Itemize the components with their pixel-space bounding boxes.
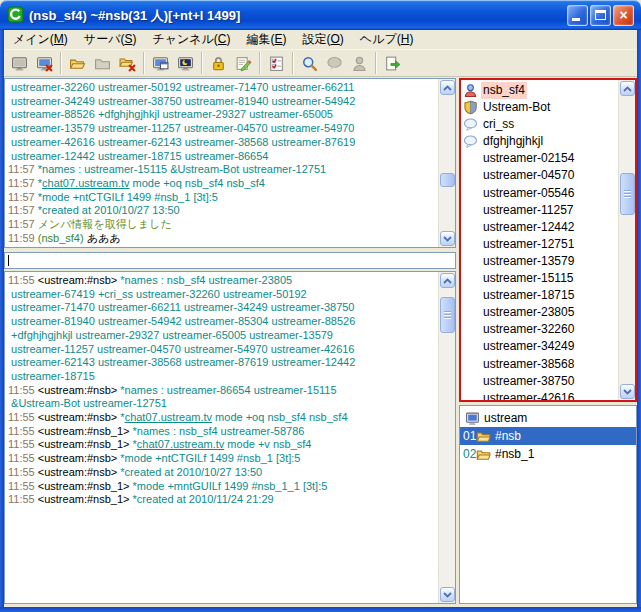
thumb-grip [444, 311, 451, 319]
maximize-button[interactable] [590, 5, 611, 26]
log-segment: *mode +ntCTGILf 1499 #nsb_1 [3t]:5 [117, 452, 300, 464]
log-line: ustreamer-34249 ustreamer-38750 ustreame… [8, 95, 436, 109]
member-item[interactable]: ustreamer-02154 [461, 150, 617, 167]
member-name: ustreamer-38568 [481, 356, 576, 373]
member-item[interactable]: Ustream-Bot [461, 99, 617, 116]
toolbar-separator [375, 52, 377, 74]
toolbar-lock-button[interactable] [206, 51, 231, 75]
menu-item-M[interactable]: メイン(M) [5, 29, 76, 50]
log-segment: 11:55 [8, 425, 35, 437]
server-icon [465, 411, 480, 426]
toolbar-separator [259, 52, 261, 74]
member-item[interactable]: ustreamer-38568 [461, 356, 617, 373]
member-item[interactable]: ustreamer-34249 [461, 338, 617, 355]
member-item[interactable]: ustreamer-05546 [461, 185, 617, 202]
member-item[interactable]: ustreamer-32260 [461, 321, 617, 338]
channel-number: 02 [460, 445, 476, 463]
server-link[interactable]: chat07.ustream.tv [125, 411, 212, 423]
tree-item-nsb_1[interactable]: 02#nsb_1 [460, 445, 636, 463]
member-item[interactable]: ustreamer-04570 [461, 167, 617, 184]
shield-icon [463, 100, 478, 115]
scrollbar[interactable] [438, 272, 455, 603]
toolbar-close-channel-button[interactable] [115, 51, 140, 75]
scroll-down-button[interactable] [440, 231, 455, 246]
log-segment: ustreamer-62143 ustreamer-38568 ustreame… [8, 356, 355, 368]
member-item[interactable]: nsb_sf4 [461, 82, 617, 99]
monitor-disconnect-icon [36, 55, 53, 72]
log-segment: <ustream:#nsb_1> [35, 438, 130, 450]
member-item[interactable]: ustreamer-38750 [461, 373, 617, 390]
server-link[interactable]: chat07.ustream.tv [137, 438, 224, 450]
log-line: ustreamer-11257 ustreamer-04570 ustreame… [8, 343, 436, 357]
scrollbar-track[interactable] [439, 96, 455, 230]
member-name: ustreamer-42616 [481, 390, 576, 400]
toolbar-exit-button[interactable] [380, 51, 405, 75]
scroll-down-button[interactable] [440, 587, 455, 602]
title-bar[interactable]: (nsb_sf4) ~#nsb(31 人)[+nt+l 1499] × [0, 0, 641, 30]
scrollbar-thumb[interactable] [440, 173, 455, 187]
log-line: ustreamer-18715 [8, 370, 436, 384]
member-item[interactable]: ustreamer-23805 [461, 304, 617, 321]
log-segment: <ustream:#nsb> [35, 466, 118, 478]
scroll-down-button[interactable] [620, 384, 635, 399]
scrollbar[interactable] [618, 80, 635, 400]
log-line: 11:57 メンバ情報を取得しました [8, 218, 436, 232]
monitor-window-icon [152, 55, 169, 72]
channel-folder-icon [476, 429, 491, 444]
channel-tree[interactable]: ustream01#nsb02#nsb_1 [459, 405, 637, 604]
server-name: ustream [484, 409, 527, 427]
magnifier-icon [301, 55, 318, 72]
scroll-up-button[interactable] [620, 81, 635, 96]
scrollbar-thumb[interactable] [620, 173, 635, 215]
member-item[interactable]: cri_ss [461, 116, 617, 133]
toolbar-join-channel-button[interactable] [65, 51, 90, 75]
member-item[interactable]: ustreamer-12442 [461, 219, 617, 236]
member-item[interactable]: ustreamer-11257 [461, 202, 617, 219]
scroll-up-button[interactable] [440, 273, 455, 288]
member-name: ustreamer-05546 [481, 185, 576, 202]
log-line: 11:57 *names : ustreamer-15115 &Ustream-… [8, 163, 436, 177]
member-item[interactable]: ustreamer-18715 [461, 287, 617, 304]
member-item[interactable]: dfghjhgjhkjl [461, 133, 617, 150]
menu-item-E[interactable]: 編集(E) [239, 29, 295, 50]
toolbar-away-button[interactable] [173, 51, 198, 75]
toolbar-memo-button[interactable] [231, 51, 256, 75]
log-segment: *names : ustreamer-15115 &Ustream-Bot us… [35, 163, 326, 175]
member-name: ustreamer-23805 [481, 304, 576, 321]
message-input[interactable] [4, 252, 456, 269]
scrollbar-track[interactable] [619, 97, 635, 383]
log-line: +dfghjhgjhkjl ustreamer-29327 ustreamer-… [8, 329, 436, 343]
minimize-button[interactable] [567, 5, 588, 26]
member-item[interactable]: ustreamer-42616 [461, 390, 617, 400]
tree-item-nsb[interactable]: 01#nsb [460, 427, 636, 445]
log-segment: 11:59 [8, 232, 35, 244]
channel-log-pane[interactable]: ustreamer-32260 ustreamer-50192 ustreame… [4, 78, 456, 248]
member-item[interactable]: ustreamer-15115 [461, 270, 617, 287]
tree-item-server[interactable]: ustream [460, 409, 636, 427]
scrollbar[interactable] [438, 79, 455, 247]
toolbar-connect-button [7, 51, 32, 75]
member-list[interactable]: nsb_sf4Ustream-Botcri_ssdfghjhgjhkjlustr… [459, 78, 637, 402]
toolbar-search-button[interactable] [297, 51, 322, 75]
log-segment: *names : ustreamer-86654 ustreamer-15115 [117, 384, 336, 396]
log-segment: 11:55 [8, 452, 35, 464]
menu-item-O[interactable]: 設定(O) [295, 29, 352, 50]
member-item[interactable]: ustreamer-12751 [461, 236, 617, 253]
toolbar-talk-button [322, 51, 347, 75]
server-link[interactable]: chat07.ustream.tv [42, 177, 129, 189]
toolbar-member-check-button[interactable] [264, 51, 289, 75]
toolbar-separator [201, 52, 203, 74]
menu-item-H[interactable]: ヘルプ(H) [352, 29, 422, 50]
toolbar-server-properties-button[interactable] [148, 51, 173, 75]
log-line: 11:57 *mode +ntCTGILf 1499 #nsb_1 [3t]:5 [8, 191, 436, 205]
console-log-pane[interactable]: 11:55 <ustream:#nsb> *names : nsb_sf4 us… [4, 271, 456, 604]
menu-item-C[interactable]: チャンネル(C) [144, 29, 238, 50]
scrollbar-thumb[interactable] [440, 297, 455, 333]
toolbar-disconnect-button[interactable] [32, 51, 57, 75]
log-segment: ustreamer-12442 ustreamer-18715 ustreame… [8, 150, 268, 162]
close-button[interactable]: × [613, 5, 634, 26]
member-item[interactable]: ustreamer-13579 [461, 253, 617, 270]
scrollbar-track[interactable] [439, 289, 455, 586]
menu-item-S[interactable]: サーバ(S) [76, 29, 145, 50]
scroll-up-button[interactable] [440, 80, 455, 95]
